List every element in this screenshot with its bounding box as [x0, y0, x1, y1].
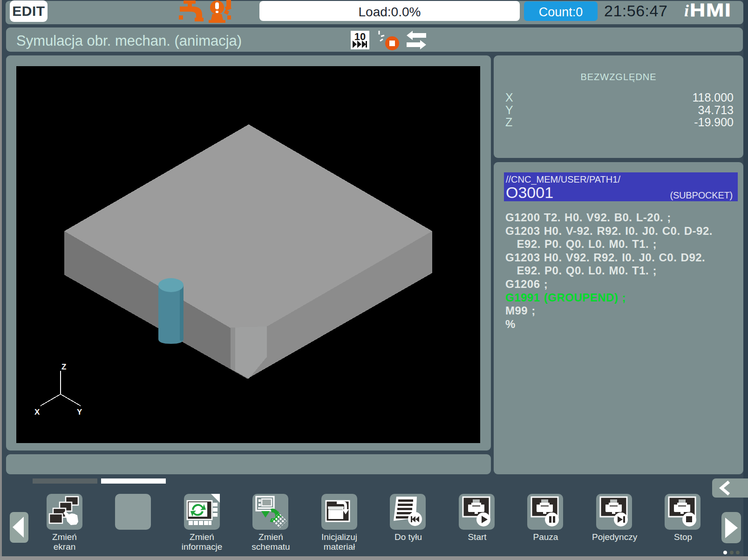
svg-text:Z: Z — [61, 362, 66, 371]
svg-text:X: X — [34, 408, 40, 417]
svg-text:Y: Y — [77, 408, 82, 417]
